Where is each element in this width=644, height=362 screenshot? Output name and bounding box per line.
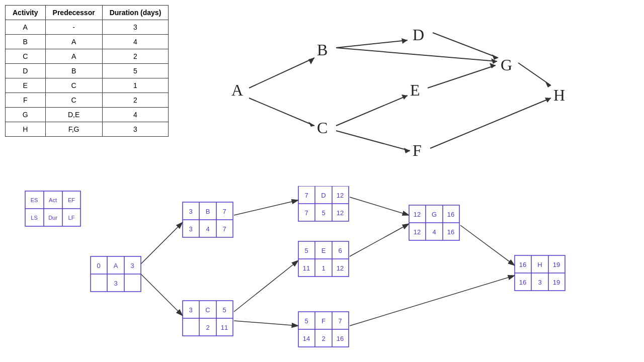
table-cell: B: [6, 35, 46, 49]
svg-text:6: 6: [338, 247, 342, 254]
col-activity: Activity: [6, 6, 46, 20]
svg-text:C: C: [317, 119, 328, 137]
table-cell: 3: [102, 122, 169, 137]
svg-text:19: 19: [553, 261, 560, 268]
table-row: A-3: [6, 20, 169, 35]
svg-text:11: 11: [303, 264, 310, 272]
table-cell: C: [45, 93, 102, 108]
svg-line-41: [234, 200, 298, 215]
table-cell: 1: [102, 78, 169, 93]
svg-line-23: [518, 63, 551, 85]
table-cell: A: [6, 20, 46, 35]
svg-text:A: A: [231, 81, 243, 99]
svg-line-12: [336, 96, 408, 126]
svg-line-42: [234, 260, 298, 312]
svg-text:3: 3: [130, 262, 134, 269]
svg-text:3: 3: [189, 225, 192, 233]
table-cell: -: [45, 20, 102, 35]
table-row: CA2: [6, 49, 169, 64]
svg-line-44: [350, 197, 409, 215]
svg-text:7: 7: [304, 192, 308, 199]
svg-line-6: [336, 40, 408, 48]
svg-text:F: F: [413, 141, 422, 159]
table-row: DB5: [6, 64, 169, 78]
table-cell: 5: [102, 64, 169, 78]
table-cell: 3: [102, 20, 169, 35]
svg-marker-2: [308, 58, 314, 64]
svg-marker-13: [401, 95, 408, 100]
svg-line-9: [433, 33, 498, 58]
svg-text:H: H: [537, 261, 542, 268]
svg-text:5: 5: [304, 247, 308, 254]
table-cell: F: [6, 93, 46, 108]
table-cell: 2: [102, 49, 169, 64]
table-cell: D,E: [45, 108, 102, 122]
table-cell: C: [45, 78, 102, 93]
svg-text:14: 14: [303, 335, 310, 342]
svg-text:A: A: [114, 262, 118, 269]
svg-text:12: 12: [337, 192, 344, 199]
svg-text:E: E: [321, 247, 326, 254]
svg-text:16: 16: [447, 211, 454, 218]
svg-text:F: F: [321, 317, 326, 325]
col-duration: Duration (days): [102, 6, 169, 20]
svg-text:LF: LF: [68, 215, 75, 221]
svg-line-39: [141, 222, 183, 264]
svg-text:H: H: [553, 86, 565, 104]
svg-text:C: C: [205, 306, 210, 314]
svg-text:1: 1: [321, 264, 325, 272]
svg-text:0: 0: [97, 262, 100, 269]
svg-text:2: 2: [321, 335, 325, 342]
svg-marker-15: [404, 148, 410, 153]
svg-text:11: 11: [221, 324, 228, 331]
table-cell: C: [6, 49, 46, 64]
svg-text:3: 3: [189, 208, 192, 215]
svg-text:5: 5: [304, 317, 308, 325]
svg-line-45: [350, 224, 409, 256]
svg-text:12: 12: [337, 264, 344, 272]
table-row: GD,E4: [6, 108, 169, 122]
svg-line-20: [430, 98, 551, 148]
svg-text:7: 7: [222, 225, 226, 233]
svg-text:3: 3: [538, 279, 541, 286]
svg-text:4: 4: [432, 228, 436, 236]
table-cell: F,G: [45, 122, 102, 137]
svg-line-1: [249, 58, 314, 88]
svg-text:D: D: [321, 192, 326, 199]
svg-text:LS: LS: [31, 215, 37, 221]
svg-line-47: [460, 225, 515, 265]
table-cell: G: [6, 108, 46, 122]
svg-line-17: [428, 65, 496, 88]
svg-text:5: 5: [321, 209, 325, 217]
svg-text:12: 12: [414, 228, 421, 236]
svg-text:12: 12: [337, 209, 344, 217]
svg-line-43: [234, 321, 298, 326]
svg-line-26: [336, 48, 497, 61]
network-diagram: A B D C E F G H: [216, 0, 629, 191]
table-row: BA4: [6, 35, 169, 49]
svg-text:EF: EF: [68, 197, 75, 203]
svg-text:12: 12: [414, 211, 421, 218]
svg-text:D: D: [413, 26, 424, 44]
svg-text:3: 3: [114, 280, 117, 287]
svg-text:7: 7: [304, 209, 308, 217]
svg-marker-7: [401, 38, 408, 44]
svg-line-3: [249, 98, 314, 126]
table-row: EC1: [6, 78, 169, 93]
svg-text:16: 16: [519, 279, 526, 286]
svg-line-40: [141, 274, 183, 316]
svg-line-14: [336, 131, 410, 151]
table-cell: 4: [102, 35, 169, 49]
svg-text:4: 4: [206, 225, 209, 233]
table-cell: 4: [102, 108, 169, 122]
svg-text:19: 19: [553, 279, 560, 286]
table-cell: B: [45, 64, 102, 78]
svg-text:2: 2: [206, 324, 209, 331]
svg-text:7: 7: [222, 208, 226, 215]
svg-text:16: 16: [447, 228, 454, 236]
table-row: HF,G3: [6, 122, 169, 137]
cpm-diagram: ES Act EF LS Dur LF 0: [0, 186, 644, 362]
table-cell: A: [45, 49, 102, 64]
svg-text:G: G: [432, 211, 437, 218]
table-cell: E: [6, 78, 46, 93]
